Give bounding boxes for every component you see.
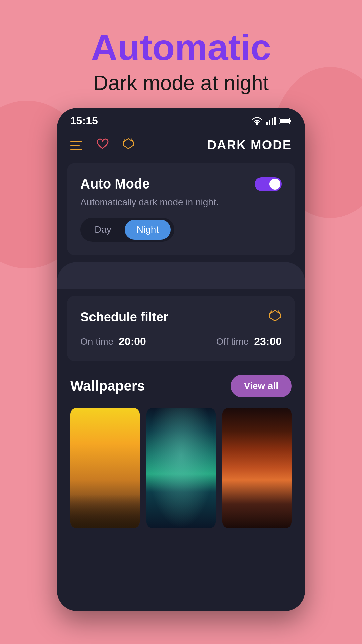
schedule-filter-card: Schedule filter On time 20:00 Off tim (67, 296, 295, 361)
day-toggle-button[interactable]: Day (82, 220, 123, 240)
status-icons (251, 117, 292, 125)
on-time-item: On time 20:00 (80, 335, 146, 348)
schedule-diamond-icon (268, 309, 282, 325)
heart-icon[interactable] (96, 138, 109, 152)
wallpaper-2[interactable] (146, 408, 216, 528)
header-title: Automatic (0, 27, 362, 67)
schedule-times: On time 20:00 Off time 23:00 (80, 335, 282, 348)
content-area: Auto Mode Automatically dark mode in nig… (57, 163, 305, 538)
on-time-value: 20:00 (119, 335, 146, 348)
signal-icon (266, 117, 276, 125)
day-night-toggle: Day Night (80, 218, 174, 242)
header-subtitle: Dark mode at night (0, 71, 362, 95)
svg-marker-8 (123, 139, 133, 149)
wallpapers-section: Wallpapers View all (67, 375, 295, 528)
wifi-icon (251, 117, 263, 125)
svg-rect-6 (280, 119, 289, 123)
wave-divider (57, 262, 305, 289)
schedule-title: Schedule filter (80, 310, 168, 324)
view-all-button[interactable]: View all (231, 375, 292, 397)
wallpapers-title: Wallpapers (70, 378, 145, 394)
auto-mode-header: Auto Mode (80, 176, 282, 192)
off-time-value: 23:00 (254, 335, 282, 348)
auto-mode-toggle[interactable] (255, 177, 282, 191)
wallpaper-1[interactable] (70, 408, 140, 528)
off-time-item: Off time 23:00 (216, 335, 282, 348)
toggle-knob (269, 179, 280, 190)
schedule-header: Schedule filter (80, 309, 282, 325)
phone-mockup: 15:15 (57, 108, 305, 611)
auto-mode-description: Automatically dark mode in night. (80, 197, 282, 208)
menu-button[interactable] (70, 141, 82, 150)
status-time: 15:15 (70, 115, 98, 127)
auto-mode-title: Auto Mode (80, 176, 150, 192)
nav-title: DARK MODE (207, 138, 292, 152)
svg-point-0 (256, 123, 258, 125)
svg-rect-1 (266, 122, 268, 125)
auto-mode-card: Auto Mode Automatically dark mode in nig… (67, 163, 295, 255)
night-toggle-button[interactable]: Night (125, 220, 171, 240)
status-bar: 15:15 (57, 108, 305, 130)
battery-icon (279, 117, 292, 125)
off-time-label: Off time (216, 336, 249, 347)
header-section: Automatic Dark mode at night (0, 0, 362, 108)
nav-bar: DARK MODE (57, 130, 305, 163)
svg-rect-2 (269, 120, 270, 125)
wallpapers-header: Wallpapers View all (70, 375, 292, 397)
wallpaper-3[interactable] (222, 408, 292, 528)
svg-rect-4 (274, 117, 276, 125)
on-time-label: On time (80, 336, 113, 347)
svg-rect-3 (272, 118, 273, 125)
diamond-nav-icon[interactable] (122, 137, 135, 153)
svg-rect-7 (290, 120, 291, 122)
wallpapers-grid (70, 408, 292, 528)
